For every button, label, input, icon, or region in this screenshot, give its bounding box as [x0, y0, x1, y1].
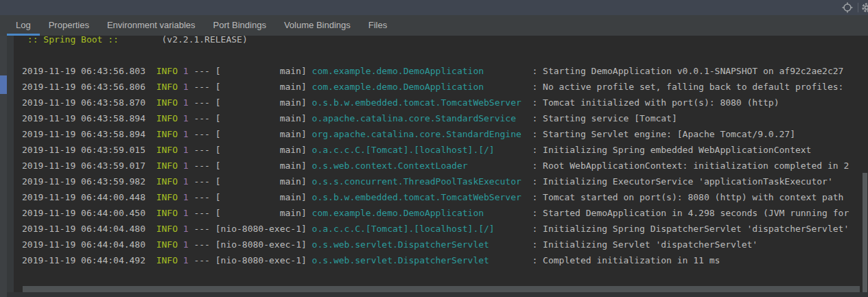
log-level: INFO [156, 66, 178, 76]
log-logger: o.s.s.concurrent.ThreadPoolTaskExecutor [312, 174, 527, 189]
log-thread-open-bracket: --- [ [193, 192, 220, 202]
log-thread: main [221, 158, 301, 174]
tab-log-label: Log [16, 20, 31, 30]
log-console[interactable]: :: Spring Boot ::(v2.2.1.RELEASE) 2019-1… [14, 36, 868, 297]
horizontal-scrollbar-thumb[interactable] [23, 286, 860, 292]
log-line: 2019-11-19 06:44:04.480INFO1--- [nio-808… [22, 221, 868, 237]
log-thread-open-bracket: --- [ [193, 224, 220, 234]
log-pid: 1 [183, 161, 189, 171]
log-level: INFO [156, 97, 178, 108]
tab-volume-bindings[interactable]: Volume Bindings [275, 15, 360, 36]
log-logger: com.example.demo.DemoApplication [312, 63, 527, 79]
log-pid: 1 [183, 82, 189, 92]
log-timestamp: 2019-11-19 06:43:59.015 [22, 145, 145, 155]
log-level: INFO [156, 145, 178, 155]
log-line: 2019-11-19 06:43:59.982INFO1--- [main]o.… [22, 174, 868, 189]
log-pid: 1 [183, 113, 189, 123]
log-timestamp: 2019-11-19 06:43:59.017 [22, 161, 145, 171]
log-level: INFO [156, 113, 178, 123]
log-thread-open-bracket: --- [ [193, 239, 220, 250]
log-pid: 1 [183, 66, 189, 76]
header-actions [840, 0, 868, 15]
log-timestamp: 2019-11-19 06:43:56.806 [22, 82, 145, 92]
header-separator [858, 3, 858, 12]
log-logger: o.a.c.c.C.[Tomcat].[localhost].[/] [312, 221, 527, 237]
log-thread-close-bracket: ] [301, 255, 307, 265]
log-thread: nio-8080-exec-1 [221, 252, 301, 268]
tab-log[interactable]: Log [7, 15, 40, 36]
log-colon: : [532, 192, 537, 202]
log-thread-open-bracket: --- [ [193, 145, 220, 155]
log-colon: : [532, 176, 537, 187]
log-colon: : [532, 66, 537, 76]
log-thread-close-bracket: ] [301, 208, 307, 218]
log-thread: main [221, 63, 301, 79]
log-thread: main [221, 205, 301, 221]
banner-version: (v2.2.1.RELEASE) [162, 36, 248, 45]
target-icon[interactable] [840, 0, 855, 15]
tab-properties[interactable]: Properties [40, 15, 98, 36]
log-level: INFO [156, 82, 178, 92]
window-header-bar [0, 0, 868, 15]
log-thread-open-bracket: --- [ [193, 66, 220, 76]
log-thread-close-bracket: ] [301, 82, 307, 92]
log-thread-open-bracket: --- [ [193, 97, 220, 108]
tab-environment-variables[interactable]: Environment variables [98, 15, 204, 36]
log-message: Root WebApplicationContext: initializati… [543, 161, 849, 171]
log-timestamp: 2019-11-19 06:43:56.803 [22, 66, 145, 76]
log-line: 2019-11-19 06:44:04.492INFO1--- [nio-808… [22, 252, 868, 268]
log-thread-close-bracket: ] [301, 161, 307, 171]
log-colon: : [532, 129, 537, 139]
log-logger: o.s.b.w.embedded.tomcat.TomcatWebServer [312, 95, 527, 110]
vertical-scrollbar-thumb[interactable] [863, 173, 867, 297]
tab-files[interactable]: Files [360, 15, 396, 36]
log-pid: 1 [183, 224, 189, 234]
log-line: 2019-11-19 06:43:58.870INFO1--- [main]o.… [22, 95, 868, 110]
log-thread-close-bracket: ] [301, 113, 307, 123]
log-message: Initializing Spring embedded WebApplicat… [543, 145, 811, 155]
log-thread: main [221, 110, 301, 126]
log-logger: org.apache.catalina.core.StandardEngine [312, 126, 527, 142]
log-pid: 1 [183, 176, 189, 187]
tab-volume-bindings-label: Volume Bindings [284, 20, 351, 30]
log-message: Starting Servlet engine: [Apache Tomcat/… [543, 129, 795, 139]
bottom-strip [7, 292, 868, 297]
log-logger: o.s.web.context.ContextLoader [312, 158, 527, 174]
log-lines: 2019-11-19 06:43:56.803INFO1--- [main]co… [22, 63, 868, 268]
log-line: 2019-11-19 06:44:04.480INFO1--- [nio-808… [22, 237, 868, 252]
log-line: 2019-11-19 06:43:56.806INFO1--- [main]co… [22, 79, 868, 95]
log-pid: 1 [183, 97, 189, 108]
tab-files-label: Files [368, 20, 387, 30]
log-logger: o.s.web.servlet.DispatcherServlet [312, 237, 527, 252]
log-level: INFO [156, 161, 178, 171]
log-thread-close-bracket: ] [301, 129, 307, 139]
log-level: INFO [156, 192, 178, 202]
log-thread-close-bracket: ] [301, 224, 307, 234]
log-logger: o.s.web.servlet.DispatcherServlet [312, 252, 527, 268]
tool-window-stripe-button[interactable] [0, 75, 7, 94]
log-thread: main [221, 142, 301, 158]
log-logger: o.apache.catalina.core.StandardService [312, 110, 527, 126]
tab-environment-variables-label: Environment variables [107, 20, 196, 30]
log-thread: main [221, 95, 301, 110]
gear-icon[interactable] [861, 0, 868, 15]
log-message: Starting DemoApplication v0.0.1-SNAPSHOT… [543, 66, 843, 76]
log-thread: nio-8080-exec-1 [221, 237, 301, 252]
log-level: INFO [156, 224, 178, 234]
log-line: 2019-11-19 06:43:56.803INFO1--- [main]co… [22, 63, 868, 79]
tab-port-bindings[interactable]: Port Bindings [204, 15, 275, 36]
log-timestamp: 2019-11-19 06:43:58.894 [22, 113, 145, 123]
log-line: 2019-11-19 06:44:00.448INFO1--- [main]o.… [22, 189, 868, 205]
log-level: INFO [156, 208, 178, 218]
log-timestamp: 2019-11-19 06:44:00.448 [22, 192, 145, 202]
blank-line [22, 47, 868, 63]
log-level: INFO [156, 255, 178, 265]
log-colon: : [532, 161, 537, 171]
log-line: 2019-11-19 06:43:58.894INFO1--- [main]or… [22, 126, 868, 142]
log-colon: : [532, 208, 537, 218]
log-timestamp: 2019-11-19 06:43:58.870 [22, 97, 145, 108]
log-message: Tomcat initialized with port(s): 8080 (h… [543, 97, 779, 108]
log-thread: nio-8080-exec-1 [221, 221, 301, 237]
log-message: Tomcat started on port(s): 8080 (http) w… [543, 192, 843, 202]
log-line: 2019-11-19 06:43:58.894INFO1--- [main]o.… [22, 110, 868, 126]
